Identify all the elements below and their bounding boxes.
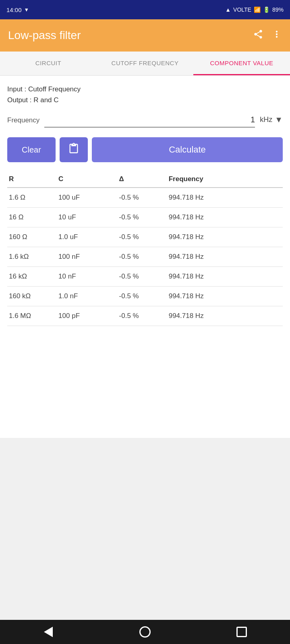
cell-freq-4: 994.718 Hz <box>167 267 283 287</box>
cell-delta-1: -0.5 % <box>118 208 167 227</box>
more-icon[interactable] <box>271 29 282 42</box>
results-table: R C Δ Frequency 1.6 Ω100 uF-0.5 %994.718… <box>7 172 283 326</box>
table-row: 1.6 MΩ100 pF-0.5 %994.718 Hz <box>7 306 283 326</box>
cell-c-2: 1.0 uF <box>57 227 117 247</box>
frequency-input[interactable] <box>44 114 255 128</box>
frequency-label: Frequency <box>7 116 39 128</box>
nav-recents-button[interactable] <box>230 624 254 640</box>
main-content: Input : Cutoff Frequency Output : R and … <box>0 76 290 438</box>
status-time: 14:00 ▾ <box>6 6 28 13</box>
output-label: Output : R and C <box>7 95 283 105</box>
app-bar: Low-pass filter <box>0 19 290 52</box>
dropdown-arrow-icon: ▼ <box>275 115 283 124</box>
status-icons: ▲ VOLTE 📶 🔋 89% <box>225 6 284 13</box>
buttons-row: Clear Calculate <box>7 137 283 162</box>
col-header-r: R <box>7 172 57 188</box>
col-header-delta: Δ <box>118 172 167 188</box>
cell-freq-6: 994.718 Hz <box>167 306 283 326</box>
nav-home-button[interactable] <box>133 624 157 640</box>
cell-r-2: 160 Ω <box>7 227 57 247</box>
table-row: 16 Ω10 uF-0.5 %994.718 Hz <box>7 208 283 227</box>
cell-delta-6: -0.5 % <box>118 306 167 326</box>
cell-delta-0: -0.5 % <box>118 188 167 208</box>
table-body: 1.6 Ω100 uF-0.5 %994.718 Hz16 Ω10 uF-0.5… <box>7 188 283 326</box>
table-row: 160 Ω1.0 uF-0.5 %994.718 Hz <box>7 227 283 247</box>
cell-r-0: 1.6 Ω <box>7 188 57 208</box>
cell-delta-5: -0.5 % <box>118 287 167 306</box>
col-header-c: C <box>57 172 117 188</box>
cell-c-1: 10 uF <box>57 208 117 227</box>
cell-c-3: 100 nF <box>57 247 117 267</box>
app-title: Low-pass filter <box>8 29 81 42</box>
cell-c-0: 100 uF <box>57 188 117 208</box>
cell-r-6: 1.6 MΩ <box>7 306 57 326</box>
table-row: 160 kΩ1.0 nF-0.5 %994.718 Hz <box>7 287 283 306</box>
paste-icon <box>68 143 79 157</box>
tab-bar: CIRCUIT CUTOFF FREQUENCY COMPONENT VALUE <box>0 52 290 76</box>
cell-c-6: 100 pF <box>57 306 117 326</box>
table-row: 1.6 Ω100 uF-0.5 %994.718 Hz <box>7 188 283 208</box>
input-label: Input : Cutoff Frequency <box>7 84 283 95</box>
app-bar-actions <box>253 29 282 42</box>
cell-freq-2: 994.718 Hz <box>167 227 283 247</box>
cell-r-5: 160 kΩ <box>7 287 57 306</box>
cell-freq-1: 994.718 Hz <box>167 208 283 227</box>
unit-label: kHz <box>260 116 272 124</box>
tab-cutoff[interactable]: CUTOFF FREQUENCY <box>97 52 193 75</box>
cell-delta-3: -0.5 % <box>118 247 167 267</box>
calculate-button[interactable]: Calculate <box>92 137 283 162</box>
tab-circuit[interactable]: CIRCUIT <box>0 52 97 75</box>
cell-freq-0: 994.718 Hz <box>167 188 283 208</box>
nav-back-button[interactable] <box>36 624 60 640</box>
tab-component[interactable]: COMPONENT VALUE <box>193 52 290 75</box>
unit-dropdown[interactable]: kHz ▼ <box>260 115 283 128</box>
col-header-freq: Frequency <box>167 172 283 188</box>
cell-r-4: 16 kΩ <box>7 267 57 287</box>
table-header-row: R C Δ Frequency <box>7 172 283 188</box>
cell-delta-2: -0.5 % <box>118 227 167 247</box>
cell-freq-5: 994.718 Hz <box>167 287 283 306</box>
paste-button[interactable] <box>60 137 88 162</box>
table-row: 1.6 kΩ100 nF-0.5 %994.718 Hz <box>7 247 283 267</box>
bottom-nav <box>0 620 290 644</box>
cell-c-5: 1.0 nF <box>57 287 117 306</box>
cell-r-3: 1.6 kΩ <box>7 247 57 267</box>
cell-r-1: 16 Ω <box>7 208 57 227</box>
cell-freq-3: 994.718 Hz <box>167 247 283 267</box>
status-bar: 14:00 ▾ ▲ VOLTE 📶 🔋 89% <box>0 0 290 19</box>
cell-delta-4: -0.5 % <box>118 267 167 287</box>
frequency-row: Frequency kHz ▼ <box>7 114 283 128</box>
table-row: 16 kΩ10 nF-0.5 %994.718 Hz <box>7 267 283 287</box>
cell-c-4: 10 nF <box>57 267 117 287</box>
frequency-input-wrap <box>44 114 255 128</box>
description: Input : Cutoff Frequency Output : R and … <box>7 84 283 105</box>
share-icon[interactable] <box>253 29 263 42</box>
clear-button[interactable]: Clear <box>7 137 56 162</box>
